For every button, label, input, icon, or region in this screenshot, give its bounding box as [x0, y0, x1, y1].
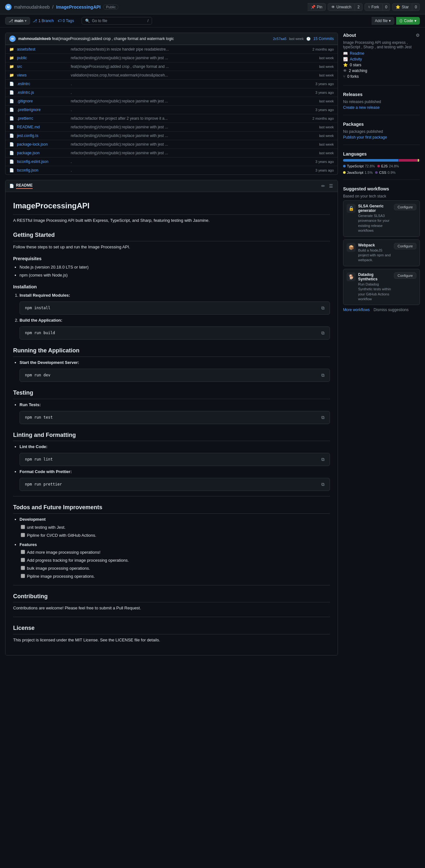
- pin-button[interactable]: 📌 Pin: [308, 3, 326, 11]
- file-name: README.md: [17, 125, 68, 129]
- commit-hash-link[interactable]: 2c57aa5: [273, 37, 286, 41]
- file-name-link[interactable]: .prettierrc: [17, 116, 33, 121]
- star-count[interactable]: 0: [412, 3, 420, 11]
- activity-link-text[interactable]: Activity: [350, 57, 362, 61]
- releases-heading: Releases: [343, 92, 420, 97]
- raw-readme-button[interactable]: ☰: [328, 183, 334, 189]
- copy-lint-button[interactable]: ⧉: [321, 457, 325, 462]
- file-name-link[interactable]: tsconfig.json: [17, 168, 38, 173]
- table-row: 📄.prettierignore.3 years ago: [5, 105, 338, 114]
- workflow-info: SLSA Generic generatorGenerate SLSA3 pro…: [358, 204, 391, 233]
- code-block-dev: npm run dev ⧉: [20, 369, 330, 382]
- lang-segment-css: [419, 159, 420, 162]
- star-button[interactable]: ⭐ Star: [392, 3, 412, 11]
- configure-workflow-button[interactable]: Configure: [394, 204, 416, 210]
- packages-section: Packages No packages published Publish y…: [343, 122, 420, 145]
- branch-selector[interactable]: ⎇ main ▾: [5, 17, 30, 25]
- list-item: Install Required Modules: npm install ⧉: [20, 292, 330, 315]
- fork-button[interactable]: ⑂ Fork: [365, 3, 383, 11]
- owner-name[interactable]: mahmoudalnkeeb: [14, 4, 50, 9]
- table-row: 📄tsconfig.eslint.json.3 years ago: [5, 157, 338, 166]
- workflow-info: WebpackBuild a NodeJS project with npm a…: [358, 243, 391, 263]
- file-table: 📁assets/testrefactor(resize/tests):in re…: [5, 45, 338, 175]
- add-file-button[interactable]: Add file ▾: [371, 17, 394, 25]
- code-button[interactable]: ⟨⟩ Code ▾: [396, 17, 420, 25]
- file-date: 3 years ago: [302, 82, 334, 86]
- stars-info: ⭐ 0 stars: [343, 63, 420, 67]
- file-date: last week: [302, 73, 334, 77]
- configure-workflow-button[interactable]: Configure: [394, 272, 416, 279]
- workflows-heading: Suggested workflows: [343, 186, 420, 191]
- watchers-count: 2 watching: [349, 68, 367, 73]
- file-name-link[interactable]: .gitignore: [17, 99, 33, 103]
- repo-main: M mahmoudalnkeeb feat(imageProcessing):a…: [5, 33, 338, 660]
- unwatch-button[interactable]: 👁 Unwatch: [328, 3, 355, 11]
- workflow-title: SLSA Generic generator: [358, 204, 391, 213]
- file-name-link[interactable]: package.json: [17, 151, 40, 155]
- workflow-card: 🔒SLSA Generic generatorGenerate SLSA3 pr…: [343, 200, 420, 237]
- file-name-link[interactable]: .eslintrc: [17, 82, 30, 86]
- copy-test-button[interactable]: ⧉: [321, 415, 325, 420]
- file-name-link[interactable]: views: [17, 73, 27, 78]
- fork-icon-sidebar: ⑂: [343, 74, 345, 79]
- file-name-link[interactable]: jest.config.ts: [17, 133, 38, 138]
- file-icon: 📄: [9, 99, 14, 103]
- workflow-icon: 🔒: [346, 204, 356, 213]
- lang-item-css[interactable]: CSS 0.9%: [375, 170, 396, 175]
- clock-icon: 🕐: [306, 37, 311, 41]
- repo-header: M mahmoudalnkeeb / ImageProcessingAPI Pu…: [0, 0, 425, 14]
- unwatch-count[interactable]: 2: [355, 3, 363, 11]
- branch-info: ⎇ 1 Branch 🏷 0 Tags: [33, 19, 74, 23]
- list-item: Node.js (version 20.18.0 LTS or later): [20, 264, 330, 271]
- lang-name: TypeScript: [347, 164, 364, 168]
- file-name-link[interactable]: tsconfig.eslint.json: [17, 159, 48, 164]
- fork-count[interactable]: 0: [383, 3, 390, 11]
- lang-item-javascript[interactable]: JavaScript 1.5%: [343, 170, 372, 175]
- table-row: 📁viewsvalidation(resize,crop,format,wate…: [5, 71, 338, 80]
- owner-avatar: M: [5, 4, 11, 10]
- packages-none-text: No packages published: [343, 129, 420, 134]
- file-name-link[interactable]: public: [17, 56, 27, 60]
- publish-package-link[interactable]: Publish your first package: [343, 135, 387, 140]
- branch-count[interactable]: ⎇ 1 Branch: [33, 19, 54, 23]
- copy-prettier-button[interactable]: ⧉: [321, 482, 325, 487]
- search-input-display[interactable]: 🔍 Go to file /: [82, 17, 152, 25]
- tags-count[interactable]: 🏷 0 Tags: [58, 19, 74, 23]
- todos-feature-items: Add more image processing operations! Ad…: [21, 549, 330, 580]
- lang-percent: 72.8%: [365, 164, 375, 168]
- configure-workflow-button[interactable]: Configure: [394, 243, 416, 249]
- file-name-link[interactable]: .eslintrc.js: [17, 90, 34, 95]
- file-name-link[interactable]: src: [17, 64, 22, 69]
- table-row: 📄package.jsonrefactor(testing)/chore(pub…: [5, 149, 338, 157]
- more-workflows-link[interactable]: More workflows: [343, 308, 370, 312]
- readme-link-text[interactable]: Readme: [350, 51, 364, 56]
- file-name-link[interactable]: README.md: [17, 125, 40, 129]
- workflow-info: Datadog SyntheticsRun Datadog Synthetic …: [358, 272, 391, 302]
- code-icon: ⟨⟩: [399, 19, 403, 23]
- lang-item-ejs[interactable]: EJS 24.8%: [377, 164, 399, 168]
- copy-install-button[interactable]: ⧉: [321, 305, 325, 311]
- lang-name: JavaScript: [347, 170, 363, 175]
- file-name-link[interactable]: assets/test: [17, 47, 35, 52]
- file-name-link[interactable]: package-lock.json: [17, 142, 48, 147]
- file-date: 3 years ago: [302, 160, 334, 163]
- star-icon-sidebar: ⭐: [343, 63, 348, 67]
- repo-name[interactable]: ImageProcessingAPI: [56, 4, 100, 9]
- lang-dot: [377, 165, 380, 167]
- commit-message-link[interactable]: feat(imageProcessing):added crop , chang…: [52, 36, 174, 41]
- copy-build-button[interactable]: ⧉: [321, 330, 325, 336]
- file-name-link[interactable]: .prettierignore: [17, 107, 41, 112]
- file-commit-msg: refactor:refactor the project after 2 ye…: [71, 116, 299, 121]
- language-bar: [343, 159, 420, 162]
- releases-section: Releases No releases published Create a …: [343, 92, 420, 115]
- lang-item-typescript[interactable]: TypeScript 72.8%: [343, 164, 375, 168]
- edit-readme-button[interactable]: ✏: [321, 183, 326, 189]
- pin-button-group: 📌 Pin: [308, 3, 326, 11]
- dismiss-workflows-link[interactable]: Dismiss suggestions: [373, 308, 408, 312]
- commit-author[interactable]: mahmoudalnkeeb: [18, 36, 51, 41]
- create-release-link[interactable]: Create a new release: [343, 105, 380, 110]
- todo-checkbox: [21, 566, 25, 570]
- settings-icon[interactable]: ⚙: [416, 33, 420, 38]
- copy-dev-button[interactable]: ⧉: [321, 373, 325, 378]
- commits-count-link[interactable]: 15 Commits: [313, 36, 334, 41]
